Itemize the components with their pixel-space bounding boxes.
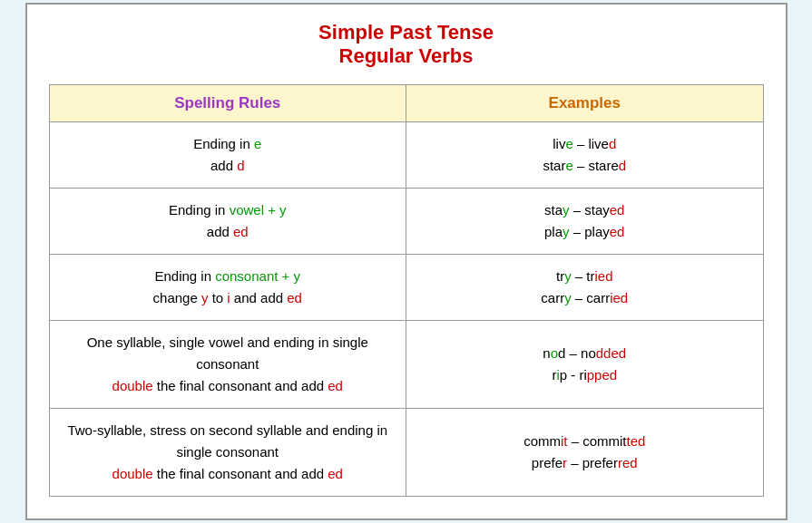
- examples-cell: live – livedstare – stared: [406, 122, 764, 189]
- table-row: Ending in consonant + ychange y to i and…: [49, 255, 763, 321]
- table-row: One syllable, single vowel and ending in…: [49, 321, 763, 409]
- examples-cell: try – triedcarry – carried: [406, 255, 764, 321]
- spelling-cell: Ending in eadd d: [49, 122, 406, 189]
- main-card: Simple Past Tense Regular Verbs Spelling…: [25, 3, 788, 520]
- examples-cell: nod – noddedrip - ripped: [406, 321, 764, 409]
- rules-table: Spelling Rules Examples Ending in eadd d…: [49, 84, 764, 497]
- table-row: Two-syllable, stress on second syllable …: [49, 409, 763, 497]
- header-examples: Examples: [406, 85, 764, 122]
- spelling-cell: Two-syllable, stress on second syllable …: [49, 409, 406, 497]
- spelling-cell: Ending in vowel + yadd ed: [49, 189, 406, 255]
- examples-cell: commit – committedprefer – preferred: [406, 409, 764, 497]
- spelling-cell: One syllable, single vowel and ending in…: [49, 321, 406, 409]
- title-line1: Simple Past Tense: [49, 21, 764, 44]
- title-line2: Regular Verbs: [49, 44, 764, 68]
- table-row: Ending in vowel + yadd edstay – stayedpl…: [49, 189, 763, 255]
- spelling-cell: Ending in consonant + ychange y to i and…: [49, 255, 406, 321]
- header-spelling: Spelling Rules: [49, 85, 406, 122]
- page-title: Simple Past Tense Regular Verbs: [49, 21, 764, 68]
- examples-cell: stay – stayedplay – played: [406, 189, 764, 255]
- table-row: Ending in eadd dlive – livedstare – star…: [49, 122, 763, 189]
